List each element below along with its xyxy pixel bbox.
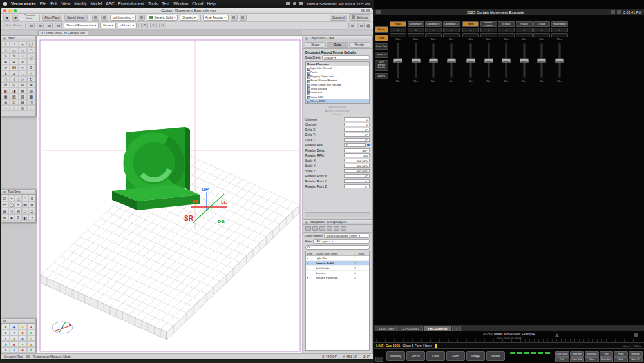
attribute-icon[interactable]: ◆ [1, 341, 10, 347]
console-tab[interactable]: 5 ML Controls [424, 326, 451, 331]
encoder-control-button[interactable]: AllNPs [375, 73, 388, 79]
gear-icon[interactable] [366, 24, 370, 28]
tool-set-icon[interactable]: △ [15, 195, 22, 201]
mode-icon-4[interactable] [55, 23, 62, 28]
tool-icon[interactable]: ▩ [27, 93, 35, 99]
tool-icon[interactable]: ⊕ [10, 59, 18, 64]
field-input[interactable]: 500.00% [344, 164, 370, 168]
mode-icon-2[interactable] [37, 23, 44, 28]
attribute-icon[interactable]: ● [1, 335, 10, 341]
parameter-button[interactable]: Coordinate X [408, 21, 424, 27]
parameter-fader[interactable] [533, 42, 550, 79]
softkey-button[interactable]: Mark [614, 357, 628, 362]
encoder-control-button[interactable]: XYZ Format Enable [375, 60, 388, 71]
tool-icon[interactable]: ▧ [10, 93, 18, 99]
softkey-button[interactable]: Highlight [629, 351, 643, 357]
parameter-mode-button[interactable] [551, 33, 568, 37]
attribute-icon[interactable]: ■ [1, 329, 10, 335]
object-info-tab[interactable]: Render [349, 42, 370, 48]
tool-icon[interactable]: ⇄ [1, 82, 10, 88]
text-align-left-icon[interactable] [231, 15, 238, 21]
tool-icon[interactable]: × [19, 64, 27, 70]
underline-button[interactable]: U [159, 23, 166, 28]
tool-set-icon[interactable]: ⊞ [1, 195, 8, 201]
tool-icon[interactable]: ◧ [1, 88, 10, 93]
tool-icon[interactable]: ▥ [27, 88, 35, 93]
tool-mode-icon[interactable] [26, 355, 30, 358]
tool-icon[interactable]: ◌ [27, 105, 35, 111]
category-button[interactable]: Color [426, 351, 445, 361]
attribute-icon[interactable]: ■ [1, 347, 10, 353]
parameter-mode-button[interactable] [516, 33, 533, 37]
attribute-icon[interactable]: ▲ [27, 324, 35, 329]
projection-dropdown[interactable]: Normal Perspective [64, 23, 99, 28]
tool-set-icon[interactable]: ≡ [15, 214, 22, 221]
align-place-button[interactable]: Align Place [42, 15, 62, 21]
home-icon[interactable]: ⌂ [551, 28, 568, 32]
menubar-item[interactable]: Window [173, 1, 188, 6]
field-input[interactable]: Z [344, 143, 366, 148]
tool-set-icon[interactable]: ◧ [22, 214, 29, 221]
menubar-item[interactable]: Edit [50, 1, 57, 6]
data-sheet-dropdown[interactable]: Default [322, 55, 370, 60]
encoder-control-button[interactable]: Invert Tilt [375, 52, 388, 58]
field-input[interactable]: 1 [344, 117, 370, 122]
menubar-item[interactable]: Tools [148, 1, 158, 6]
visibility-mark[interactable]: ◑ [306, 275, 316, 280]
encoder-control-button[interactable]: Invert Pan [375, 43, 388, 50]
parameter-button[interactable]: Coordinate Y [425, 21, 442, 27]
visibility-mark[interactable]: × [306, 256, 316, 260]
tool-icon[interactable]: ◠ [27, 47, 35, 53]
menubar-item[interactable]: Text [162, 1, 169, 6]
console-tab[interactable]: + [452, 326, 462, 331]
parameter-button[interactable]: Coordinate Z [443, 21, 460, 27]
fader-handle[interactable] [447, 59, 456, 63]
close-icon[interactable] [305, 221, 308, 224]
attribute-icon[interactable]: ● [10, 329, 18, 335]
attribute-icon[interactable]: ◆ [19, 347, 27, 353]
text-align-center-icon[interactable] [240, 15, 247, 21]
close-tab-icon[interactable]: × [41, 32, 43, 35]
layer-options-dropdown[interactable]: Show/Snap/Modify Others [324, 233, 370, 238]
parameter-mode-button[interactable] [533, 33, 550, 37]
tool-icon[interactable]: ⊞ [1, 59, 10, 64]
sheet-layers-icon[interactable] [319, 226, 325, 231]
home-icon[interactable]: ⌂ [480, 28, 497, 32]
tool-icon[interactable]: ▦ [1, 93, 10, 99]
close-window-button[interactable] [3, 9, 6, 12]
home-icon[interactable]: ⌂ [408, 28, 424, 32]
mode-icon-3[interactable] [46, 23, 53, 28]
tool-set-icon[interactable]: + [8, 195, 15, 201]
menubar-user[interactable]: Joshua Schulman [306, 2, 337, 6]
menubar-item[interactable]: Model [91, 1, 102, 6]
column-story[interactable]: Story [358, 251, 369, 255]
attribute-icon[interactable]: ● [19, 341, 27, 347]
object-info-tab[interactable]: Data [327, 42, 348, 48]
snap-object-icon[interactable] [357, 23, 365, 28]
tool-set-icon[interactable]: ▤ [1, 208, 8, 214]
tool-icon[interactable]: ◊ [10, 76, 18, 82]
field-input[interactable]: 0" [344, 174, 370, 179]
tool-icon[interactable]: ⌒ [27, 59, 35, 64]
console-tab[interactable]: 1 Live Table [375, 326, 398, 331]
softkey-button[interactable]: Make Max [585, 351, 599, 357]
fader-handle[interactable] [429, 59, 438, 63]
menubar-clock[interactable]: Fri Nov 8 3:05 PM [339, 2, 370, 6]
edit-icon[interactable] [611, 10, 615, 14]
design-layer-row[interactable]: ✓ Generic Solid 2 [306, 261, 369, 266]
parameter-fader[interactable] [551, 42, 568, 79]
references-icon[interactable] [341, 226, 346, 231]
bold-button[interactable]: B [141, 23, 148, 28]
tool-set-icon[interactable]: ⋈ [22, 201, 29, 208]
tool-icon[interactable]: ⊙ [10, 82, 18, 88]
category-button[interactable]: Intensity [386, 351, 405, 361]
attribute-icon[interactable]: ● [19, 324, 27, 329]
tool-set-icon[interactable]: ⊕ [28, 195, 35, 201]
close-icon[interactable] [3, 320, 6, 322]
marker-style-dropdown[interactable]: <None> [118, 23, 137, 28]
tool-icon[interactable]: ◻ [1, 76, 10, 82]
tool-set-icon[interactable]: ▲ [8, 214, 15, 221]
tool-icon[interactable]: ○ [27, 70, 35, 76]
tool-icon[interactable]: ⋈ [10, 64, 18, 70]
home-icon[interactable]: ⌂ [425, 28, 442, 32]
